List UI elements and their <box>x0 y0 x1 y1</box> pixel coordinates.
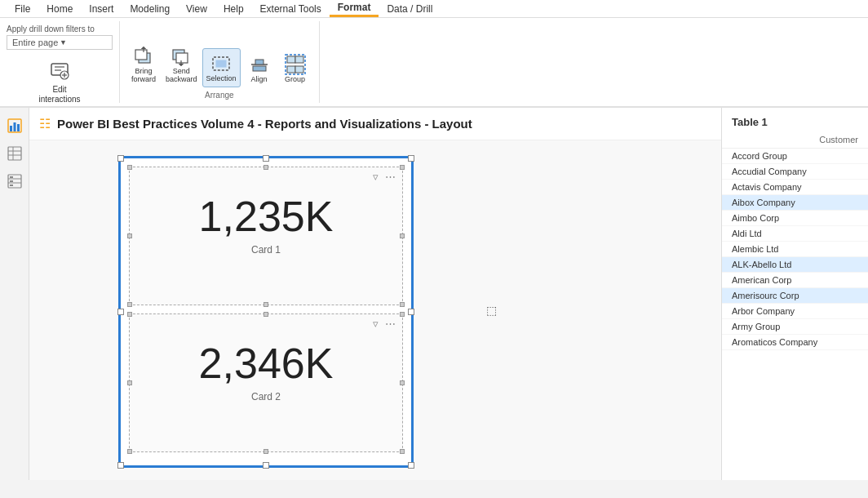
selected-frame[interactable]: ▿ ⋯ 1,235K Card 1 <box>119 157 413 467</box>
menu-data-drill[interactable]: Data / Drill <box>379 2 441 16</box>
dropdown-value: Entire page <box>12 38 60 47</box>
svg-rect-15 <box>255 60 264 64</box>
table-row[interactable]: American Corp <box>722 273 868 288</box>
table-row[interactable]: Arbor Company <box>722 304 868 319</box>
handle-mr[interactable] <box>408 309 414 315</box>
main-area: ☷ Power BI Best Practices Volume 4 - Rep… <box>0 108 868 480</box>
handle-br[interactable] <box>408 462 414 469</box>
selection-button[interactable]: Selection <box>202 48 241 87</box>
table-row[interactable]: Accord Group <box>722 149 868 164</box>
card1-handle-bm[interactable] <box>264 302 268 307</box>
table-row[interactable]: Amerisourc Corp <box>722 288 868 304</box>
card1-handle-mr[interactable] <box>400 233 405 238</box>
sidebar-icon-chart[interactable] <box>3 114 26 137</box>
card2-handle-tl[interactable] <box>127 312 132 317</box>
card2-handle-ml[interactable] <box>127 380 132 385</box>
table-row[interactable]: Aldi Ltd <box>722 226 868 242</box>
card2-handle-bl[interactable] <box>127 449 132 454</box>
svg-rect-19 <box>287 66 295 73</box>
edit-interactions-button[interactable]: Edit interactions <box>33 53 86 109</box>
cursor: ⬚ <box>486 304 497 317</box>
arrange-section: Bring forward Send backward <box>120 21 320 103</box>
group-button[interactable]: Group <box>278 50 312 87</box>
svg-rect-13 <box>216 60 226 67</box>
svg-rect-24 <box>13 122 16 131</box>
edit-interactions-icon <box>46 57 73 83</box>
menu-insert[interactable]: Insert <box>81 2 122 16</box>
card2-handle-tm[interactable] <box>264 312 268 317</box>
card2-handle-br[interactable] <box>400 449 405 454</box>
card1-handle-bl[interactable] <box>127 302 132 307</box>
card2-value: 2,346K <box>130 339 402 388</box>
svg-rect-25 <box>17 124 20 131</box>
svg-rect-10 <box>176 53 188 63</box>
card1-handle-br[interactable] <box>400 302 405 307</box>
table-row[interactable]: Army Group <box>722 319 868 335</box>
card2-more-icon[interactable]: ⋯ <box>385 318 396 330</box>
handle-tl[interactable] <box>117 155 124 162</box>
menu-modeling[interactable]: Modeling <box>122 2 178 16</box>
card1-filter-icon[interactable]: ▿ <box>373 171 379 183</box>
table-row[interactable]: Alembic Ltd <box>722 242 868 257</box>
card-1[interactable]: ▿ ⋯ 1,235K Card 1 <box>129 167 403 305</box>
table-title: Table 1 <box>722 108 868 131</box>
card2-handle-tr[interactable] <box>400 312 405 317</box>
interactions-label-area: Apply drill down filters to Entire page … <box>7 24 113 50</box>
card1-label: Card 1 <box>130 244 402 256</box>
align-button[interactable]: Align <box>242 50 277 87</box>
card1-toolbar: ▿ ⋯ <box>373 171 396 183</box>
svg-rect-7 <box>135 50 147 60</box>
handle-tr[interactable] <box>408 155 414 162</box>
svg-rect-16 <box>253 66 266 71</box>
svg-rect-33 <box>10 176 13 178</box>
card1-handle-ml[interactable] <box>127 233 132 238</box>
send-backward-button[interactable]: Send backward <box>162 42 201 87</box>
apply-label: Apply drill down filters to <box>7 24 113 33</box>
report-icon: ☷ <box>39 116 51 131</box>
table-row[interactable]: Actavis Company <box>722 180 868 195</box>
dropdown-arrow-icon: ▼ <box>60 38 107 47</box>
handle-tm[interactable] <box>263 155 269 162</box>
card2-filter-icon[interactable]: ▿ <box>373 318 379 330</box>
card1-handle-tl[interactable] <box>127 165 132 170</box>
card2-handle-bm[interactable] <box>264 449 268 454</box>
table-row[interactable]: Aibox Company <box>722 195 868 211</box>
menu-help[interactable]: Help <box>215 2 252 16</box>
menu-external-tools[interactable]: External Tools <box>252 2 330 16</box>
svg-rect-34 <box>10 180 13 182</box>
sidebar-icon-table[interactable] <box>3 142 26 165</box>
card1-value: 1,235K <box>130 192 402 241</box>
table-row[interactable]: Aimbo Corp <box>722 211 868 226</box>
card-2[interactable]: ▿ ⋯ 2,346K Card 2 <box>129 313 403 452</box>
svg-rect-17 <box>287 56 295 63</box>
table-row[interactable]: Accudial Company <box>722 164 868 180</box>
selection-icon <box>210 52 232 75</box>
canvas[interactable]: ▿ ⋯ 1,235K Card 1 <box>29 140 721 480</box>
report-title-bar: ☷ Power BI Best Practices Volume 4 - Rep… <box>29 108 721 140</box>
menu-home[interactable]: Home <box>38 2 81 16</box>
card2-handle-mr[interactable] <box>400 380 405 385</box>
card2-label: Card 2 <box>130 391 402 402</box>
svg-rect-18 <box>295 56 303 63</box>
sidebar-icon-drill[interactable] <box>3 170 26 193</box>
group-icon <box>284 53 307 76</box>
table-row[interactable]: Aromaticos Company <box>722 335 868 350</box>
handle-ml[interactable] <box>117 309 124 315</box>
card1-handle-tm[interactable] <box>264 165 268 170</box>
handle-bl[interactable] <box>117 462 124 469</box>
canvas-area: ☷ Power BI Best Practices Volume 4 - Rep… <box>29 108 721 480</box>
table-row[interactable]: ALK-Abello Ltd <box>722 257 868 273</box>
bring-forward-label: Bring forward <box>131 68 156 84</box>
bring-forward-button[interactable]: Bring forward <box>126 42 161 87</box>
menu-view[interactable]: View <box>178 2 215 16</box>
send-backward-label: Send backward <box>166 68 197 84</box>
table-rows-container: Accord GroupAccudial CompanyActavis Comp… <box>722 149 868 350</box>
align-icon <box>248 53 271 76</box>
group-label: Group <box>285 76 305 84</box>
card1-more-icon[interactable]: ⋯ <box>385 171 396 183</box>
menu-format[interactable]: Format <box>330 0 379 17</box>
handle-bm[interactable] <box>263 462 269 469</box>
card1-handle-tr[interactable] <box>400 165 405 170</box>
entire-page-dropdown[interactable]: Entire page ▼ <box>7 35 113 50</box>
menu-file[interactable]: File <box>7 2 38 16</box>
